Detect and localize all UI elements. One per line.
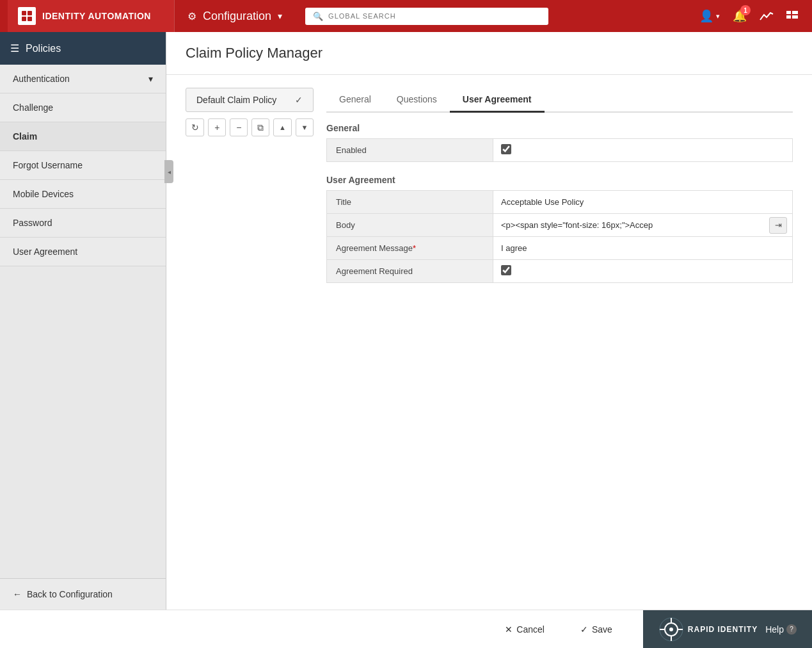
- sidebar-item-label: Mobile Devices: [13, 189, 74, 199]
- detail-panel: General Questions User Agreement General…: [326, 88, 793, 597]
- trend-icon[interactable]: [760, 12, 774, 20]
- tab-user-agreement[interactable]: User Agreement: [450, 88, 545, 113]
- svg-rect-3: [28, 17, 32, 21]
- body-row: Body <p><span style="font-size: 16px;">A…: [327, 214, 793, 237]
- config-dropdown-chevron[interactable]: ▾: [278, 11, 282, 21]
- agreement-required-checkbox[interactable]: [501, 265, 511, 275]
- sidebar-item-password[interactable]: Password: [0, 209, 166, 238]
- menu-icon: ☰: [10, 42, 19, 54]
- agreement-message-value[interactable]: I agree: [493, 237, 793, 260]
- brand-logo-icon: [18, 7, 36, 25]
- add-button[interactable]: +: [208, 118, 226, 136]
- brand-label: RAPID IDENTITY: [688, 625, 758, 634]
- sidebar: ☰ Policies Authentication ▾ Challenge Cl…: [0, 32, 166, 610]
- brand-area: IDENTITY AUTOMATION: [8, 0, 174, 32]
- body-value[interactable]: <p><span style="font-size: 16px;">Accep …: [493, 214, 793, 237]
- enabled-checkbox[interactable]: [501, 144, 511, 154]
- policy-item-label: Default Claim Policy: [196, 95, 276, 105]
- agreement-required-row: Agreement Required: [327, 260, 793, 283]
- move-down-button[interactable]: ▼: [296, 118, 314, 136]
- enabled-row: Enabled: [327, 139, 793, 162]
- move-up-button[interactable]: ▲: [273, 118, 291, 136]
- agreement-message-label-text: Agreement Message: [336, 243, 413, 253]
- save-label: Save: [592, 624, 612, 635]
- sidebar-item-label: User Agreement: [13, 247, 77, 257]
- gear-icon: ⚙: [187, 10, 196, 22]
- content-area: Claim Policy Manager Default Claim Polic…: [166, 32, 812, 610]
- footer: ✕ Cancel ✓ Save RAPID IDENTITY Help ?: [0, 610, 812, 648]
- config-title: Configuration: [203, 10, 271, 23]
- policy-toolbar: ↻ + − ⧉ ▲ ▼: [186, 118, 314, 136]
- sidebar-item-label: Claim: [13, 131, 37, 142]
- sidebar-title: Policies: [26, 43, 61, 54]
- user-icon: 👤: [699, 9, 713, 23]
- user-agreement-form-table: Title Acceptable Use Policy Body <p><spa…: [326, 190, 793, 283]
- enabled-value-cell: [493, 139, 793, 162]
- save-check-icon: ✓: [580, 624, 588, 635]
- agreement-required-value-cell: [493, 260, 793, 283]
- tab-user-agreement-label: User Agreement: [463, 94, 532, 104]
- tab-general-label: General: [339, 94, 371, 104]
- main-layout: ☰ Policies Authentication ▾ Challenge Cl…: [0, 32, 812, 610]
- tab-general[interactable]: General: [326, 88, 384, 113]
- page-title: Claim Policy Manager: [186, 45, 793, 61]
- svg-rect-7: [792, 15, 798, 19]
- search-icon: 🔍: [313, 12, 323, 21]
- cancel-x-icon: ✕: [505, 624, 513, 635]
- sidebar-item-user-agreement[interactable]: User Agreement: [0, 238, 166, 266]
- agreement-message-label: Agreement Message*: [327, 237, 493, 260]
- help-button[interactable]: Help ?: [765, 624, 797, 635]
- svg-rect-0: [22, 11, 26, 15]
- back-to-configuration[interactable]: ← Back to Configuration: [0, 578, 166, 610]
- chevron-down-icon: ▾: [148, 74, 153, 84]
- sidebar-header: ☰ Policies: [0, 32, 166, 65]
- grid-view-icon[interactable]: [786, 11, 798, 21]
- svg-rect-4: [786, 11, 791, 14]
- body-label: Body: [327, 214, 493, 237]
- config-area[interactable]: ⚙ Configuration ▾: [174, 0, 295, 32]
- svg-rect-5: [792, 11, 798, 14]
- title-label: Title: [327, 191, 493, 214]
- policy-list-panel: Default Claim Policy ✓ ↻ + − ⧉ ▲ ▼: [186, 88, 314, 597]
- title-row: Title Acceptable Use Policy: [327, 191, 793, 214]
- top-nav: IDENTITY AUTOMATION ⚙ Configuration ▾ 🔍 …: [0, 0, 812, 32]
- sidebar-collapse-button[interactable]: ◂: [164, 160, 173, 183]
- tab-questions[interactable]: Questions: [384, 88, 450, 113]
- sidebar-item-mobile-devices[interactable]: Mobile Devices: [0, 180, 166, 209]
- svg-rect-2: [22, 17, 26, 21]
- required-star: *: [413, 243, 416, 253]
- sidebar-item-authentication[interactable]: Authentication ▾: [0, 65, 166, 93]
- sidebar-item-label: Forgot Username: [13, 160, 83, 170]
- svg-rect-1: [28, 11, 32, 15]
- help-label: Help: [765, 624, 784, 635]
- content-body: Default Claim Policy ✓ ↻ + − ⧉ ▲ ▼ Gene: [166, 75, 812, 610]
- footer-brand: RAPID IDENTITY Help ?: [643, 610, 812, 648]
- sidebar-item-challenge[interactable]: Challenge: [0, 93, 166, 122]
- default-claim-policy-item[interactable]: Default Claim Policy ✓: [186, 88, 314, 112]
- notification-count: 1: [740, 5, 751, 15]
- body-expand-button[interactable]: ⇥: [769, 217, 787, 234]
- agreement-required-label: Agreement Required: [327, 260, 493, 283]
- remove-button[interactable]: −: [230, 118, 248, 136]
- sidebar-nav: Authentication ▾ Challenge Claim Forgot …: [0, 65, 166, 578]
- sidebar-item-claim[interactable]: Claim: [0, 122, 166, 151]
- tab-questions-label: Questions: [397, 94, 437, 104]
- user-menu[interactable]: 👤 ▾: [699, 9, 720, 23]
- copy-button[interactable]: ⧉: [251, 118, 269, 136]
- svg-rect-6: [786, 15, 791, 19]
- cancel-button[interactable]: ✕ Cancel: [493, 619, 556, 640]
- title-value[interactable]: Acceptable Use Policy: [493, 191, 793, 214]
- save-button[interactable]: ✓ Save: [569, 619, 624, 640]
- general-section-title: General: [326, 123, 793, 133]
- notifications-button[interactable]: 🔔 1: [733, 9, 747, 23]
- search-box[interactable]: 🔍: [305, 8, 548, 25]
- policy-check-icon: ✓: [295, 95, 303, 105]
- sidebar-item-forgot-username[interactable]: Forgot Username: [0, 151, 166, 180]
- agreement-message-row: Agreement Message* I agree: [327, 237, 793, 260]
- search-input[interactable]: [328, 12, 541, 20]
- enabled-label: Enabled: [327, 139, 493, 162]
- rapid-identity-logo: RAPID IDENTITY: [658, 617, 758, 642]
- refresh-button[interactable]: ↻: [186, 118, 204, 136]
- tab-bar: General Questions User Agreement: [326, 88, 793, 113]
- brand-name: IDENTITY AUTOMATION: [42, 11, 151, 21]
